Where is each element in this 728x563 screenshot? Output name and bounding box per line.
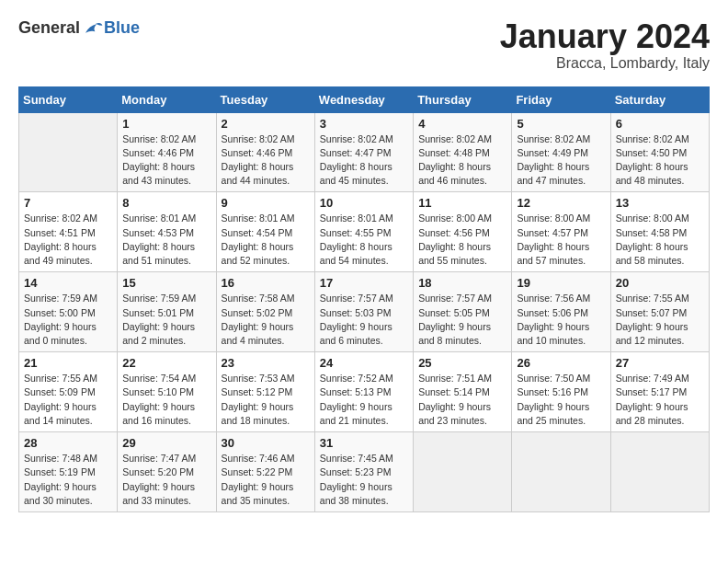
day-info: Sunrise: 8:01 AMSunset: 4:53 PMDaylight:… [122,212,210,268]
calendar-cell [414,432,512,512]
day-number: 24 [320,356,408,370]
calendar-cell: 3Sunrise: 8:02 AMSunset: 4:47 PMDaylight… [314,112,413,192]
header-wednesday: Wednesday [314,86,413,112]
calendar-cell: 17Sunrise: 7:57 AMSunset: 5:03 PMDayligh… [314,272,413,352]
day-info: Sunrise: 8:00 AMSunset: 4:58 PMDaylight:… [616,212,704,268]
day-info: Sunrise: 8:02 AMSunset: 4:50 PMDaylight:… [616,132,704,189]
page-header: General Blue January 2024 Bracca, Lombar… [18,18,710,72]
day-number: 12 [517,196,605,210]
calendar-cell: 7Sunrise: 8:02 AMSunset: 4:51 PMDaylight… [19,192,118,272]
day-info: Sunrise: 7:47 AMSunset: 5:20 PMDaylight:… [122,452,210,508]
calendar-cell: 6Sunrise: 8:02 AMSunset: 4:50 PMDaylight… [610,112,709,192]
calendar-cell [19,112,118,192]
calendar-cell: 9Sunrise: 8:01 AMSunset: 4:54 PMDaylight… [216,192,314,272]
day-info: Sunrise: 7:51 AMSunset: 5:14 PMDaylight:… [418,372,506,428]
logo-general-text: General [18,18,80,38]
day-info: Sunrise: 7:58 AMSunset: 5:02 PMDaylight:… [222,292,310,348]
day-info: Sunrise: 7:50 AMSunset: 5:16 PMDaylight:… [517,372,605,428]
day-info: Sunrise: 7:59 AMSunset: 5:00 PMDaylight:… [24,292,112,348]
header-monday: Monday [118,86,216,112]
calendar-cell: 12Sunrise: 8:00 AMSunset: 4:57 PMDayligh… [512,192,610,272]
day-info: Sunrise: 8:00 AMSunset: 4:56 PMDaylight:… [418,212,506,268]
day-number: 19 [517,276,605,290]
day-number: 6 [616,117,704,131]
location-subtitle: Bracca, Lombardy, Italy [500,55,710,72]
day-info: Sunrise: 8:01 AMSunset: 4:55 PMDaylight:… [320,212,408,268]
calendar-cell: 5Sunrise: 8:02 AMSunset: 4:49 PMDaylight… [512,112,610,192]
calendar-cell: 23Sunrise: 7:53 AMSunset: 5:12 PMDayligh… [216,352,314,432]
day-info: Sunrise: 7:59 AMSunset: 5:01 PMDaylight:… [122,292,210,348]
day-info: Sunrise: 8:01 AMSunset: 4:54 PMDaylight:… [222,212,310,268]
day-number: 25 [418,356,506,370]
week-row-1: 1Sunrise: 8:02 AMSunset: 4:46 PMDaylight… [19,112,710,192]
calendar-cell: 31Sunrise: 7:45 AMSunset: 5:23 PMDayligh… [314,432,413,512]
day-info: Sunrise: 8:02 AMSunset: 4:51 PMDaylight:… [24,212,112,268]
day-number: 20 [616,276,704,290]
day-number: 13 [616,196,704,210]
calendar-cell [610,432,709,512]
day-number: 21 [24,356,112,370]
day-info: Sunrise: 7:57 AMSunset: 5:03 PMDaylight:… [320,292,408,348]
calendar-cell: 27Sunrise: 7:49 AMSunset: 5:17 PMDayligh… [610,352,709,432]
header-sunday: Sunday [19,86,118,112]
title-block: January 2024 Bracca, Lombardy, Italy [500,18,710,72]
header-thursday: Thursday [414,86,512,112]
calendar-cell: 22Sunrise: 7:54 AMSunset: 5:10 PMDayligh… [118,352,216,432]
calendar-cell: 24Sunrise: 7:52 AMSunset: 5:13 PMDayligh… [314,352,413,432]
calendar-cell: 10Sunrise: 8:01 AMSunset: 4:55 PMDayligh… [314,192,413,272]
calendar-cell: 25Sunrise: 7:51 AMSunset: 5:14 PMDayligh… [414,352,512,432]
day-info: Sunrise: 7:45 AMSunset: 5:23 PMDaylight:… [320,452,408,508]
day-info: Sunrise: 7:55 AMSunset: 5:09 PMDaylight:… [24,372,112,428]
month-title: January 2024 [500,18,710,55]
day-number: 31 [320,436,408,450]
day-number: 4 [418,117,506,131]
day-info: Sunrise: 7:46 AMSunset: 5:22 PMDaylight:… [222,452,310,508]
day-info: Sunrise: 8:00 AMSunset: 4:57 PMDaylight:… [517,212,605,268]
day-info: Sunrise: 7:55 AMSunset: 5:07 PMDaylight:… [616,292,704,348]
day-number: 23 [222,356,310,370]
calendar-cell: 21Sunrise: 7:55 AMSunset: 5:09 PMDayligh… [19,352,118,432]
day-number: 15 [122,276,210,290]
day-number: 26 [517,356,605,370]
day-info: Sunrise: 8:02 AMSunset: 4:48 PMDaylight:… [418,132,506,189]
calendar-cell: 13Sunrise: 8:00 AMSunset: 4:58 PMDayligh… [610,192,709,272]
calendar-cell: 8Sunrise: 8:01 AMSunset: 4:53 PMDaylight… [118,192,216,272]
day-number: 18 [418,276,506,290]
day-info: Sunrise: 7:52 AMSunset: 5:13 PMDaylight:… [320,372,408,428]
day-number: 8 [122,196,210,210]
logo-bird-icon [82,19,104,38]
calendar-header-row: SundayMondayTuesdayWednesdayThursdayFrid… [19,86,710,112]
day-number: 17 [320,276,408,290]
calendar-table: SundayMondayTuesdayWednesdayThursdayFrid… [18,86,710,512]
calendar-cell: 16Sunrise: 7:58 AMSunset: 5:02 PMDayligh… [216,272,314,352]
calendar-cell: 11Sunrise: 8:00 AMSunset: 4:56 PMDayligh… [414,192,512,272]
calendar-cell: 1Sunrise: 8:02 AMSunset: 4:46 PMDaylight… [118,112,216,192]
calendar-cell: 19Sunrise: 7:56 AMSunset: 5:06 PMDayligh… [512,272,610,352]
day-number: 16 [222,276,310,290]
calendar-cell: 2Sunrise: 8:02 AMSunset: 4:46 PMDaylight… [216,112,314,192]
day-info: Sunrise: 7:49 AMSunset: 5:17 PMDaylight:… [616,372,704,428]
calendar-cell: 30Sunrise: 7:46 AMSunset: 5:22 PMDayligh… [216,432,314,512]
calendar-cell: 28Sunrise: 7:48 AMSunset: 5:19 PMDayligh… [19,432,118,512]
day-info: Sunrise: 7:54 AMSunset: 5:10 PMDaylight:… [122,372,210,428]
day-number: 1 [122,117,210,131]
header-saturday: Saturday [610,86,709,112]
day-number: 2 [222,117,310,131]
calendar-cell: 14Sunrise: 7:59 AMSunset: 5:00 PMDayligh… [19,272,118,352]
week-row-5: 28Sunrise: 7:48 AMSunset: 5:19 PMDayligh… [19,432,710,512]
calendar-cell: 15Sunrise: 7:59 AMSunset: 5:01 PMDayligh… [118,272,216,352]
calendar-cell: 4Sunrise: 8:02 AMSunset: 4:48 PMDaylight… [414,112,512,192]
day-number: 30 [222,436,310,450]
day-info: Sunrise: 7:48 AMSunset: 5:19 PMDaylight:… [24,452,112,508]
calendar-cell [512,432,610,512]
day-number: 10 [320,196,408,210]
day-number: 14 [24,276,112,290]
day-info: Sunrise: 7:53 AMSunset: 5:12 PMDaylight:… [222,372,310,428]
day-number: 22 [122,356,210,370]
day-info: Sunrise: 8:02 AMSunset: 4:49 PMDaylight:… [517,132,605,189]
day-number: 29 [122,436,210,450]
day-number: 3 [320,117,408,131]
logo: General Blue [18,18,140,38]
day-number: 9 [222,196,310,210]
day-number: 28 [24,436,112,450]
